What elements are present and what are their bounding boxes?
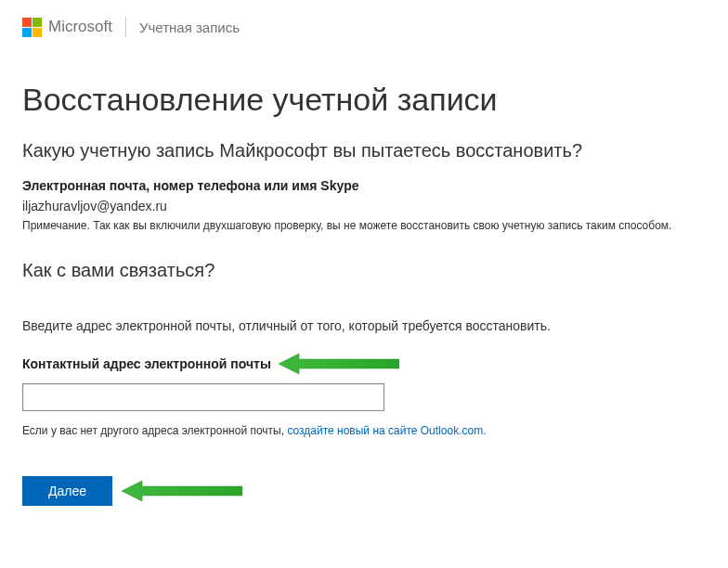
brand-name: Microsoft	[48, 18, 112, 36]
arrow-left-icon	[122, 479, 242, 503]
microsoft-logo[interactable]: Microsoft	[22, 18, 112, 37]
svg-marker-1	[122, 481, 242, 501]
recover-question: Какую учетную запись Майкрософт вы пытае…	[22, 140, 706, 161]
header-bar: Microsoft Учетная запись	[0, 0, 728, 46]
helper-prefix: Если у вас нет другого адреса электронно…	[22, 424, 287, 437]
svg-marker-0	[279, 354, 399, 374]
header-section: Учетная запись	[139, 19, 240, 35]
contact-email-label: Контактный адрес электронной почты	[22, 356, 271, 371]
helper-text: Если у вас нет другого адреса электронно…	[22, 424, 706, 437]
content-area: Восстановление учетной записи Какую учет…	[0, 46, 728, 506]
arrow-left-icon	[279, 352, 399, 376]
microsoft-logo-icon	[22, 18, 42, 37]
contact-instruction: Введите адрес электронной почты, отличны…	[22, 318, 706, 333]
next-button[interactable]: Далее	[22, 476, 112, 506]
create-outlook-link[interactable]: создайте новый на сайте Outlook.com.	[287, 424, 486, 437]
page-title: Восстановление учетной записи	[22, 82, 706, 118]
contact-email-input[interactable]	[22, 383, 384, 411]
account-field-label: Электронная почта, номер телефона или им…	[22, 178, 706, 193]
account-value: iljazhuravljov@yandex.ru	[22, 199, 706, 213]
header-divider	[125, 17, 126, 37]
two-step-note: Примечание. Так как вы включили двухшаго…	[22, 219, 706, 232]
contact-title: Как с вами связаться?	[22, 260, 706, 281]
